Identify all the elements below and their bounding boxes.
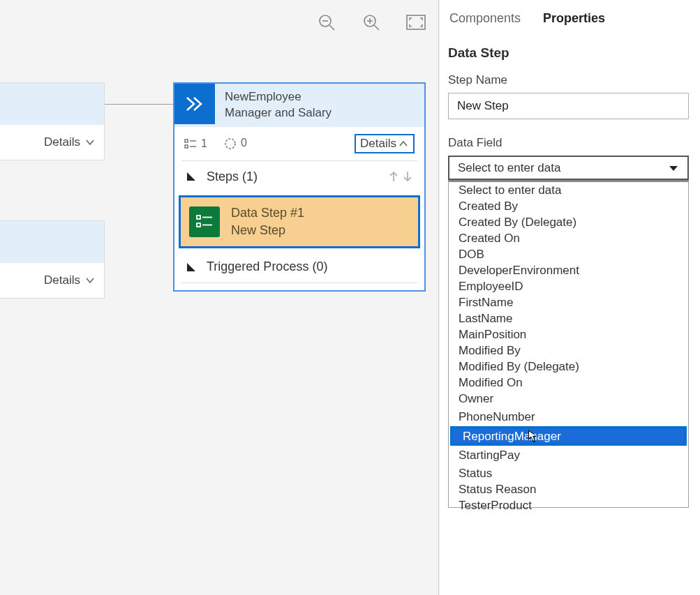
svg-point-12: [225, 139, 235, 149]
step-name-label: Step Name: [448, 73, 692, 87]
data-step-icon: [189, 206, 220, 237]
svg-rect-16: [197, 216, 200, 219]
stage-card-partial-2[interactable]: Details: [0, 220, 105, 299]
collapse-triangle-icon: [186, 171, 197, 182]
dropdown-option[interactable]: DOB: [449, 246, 688, 262]
dropdown-option[interactable]: EmployeeID: [449, 278, 688, 294]
svg-rect-8: [185, 140, 188, 142]
dropdown-option[interactable]: TesterProduct: [449, 497, 688, 513]
reorder-arrows[interactable]: [388, 170, 413, 183]
dropdown-option[interactable]: Status Reason: [449, 481, 688, 497]
dropdown-option[interactable]: ReportingManager: [451, 427, 686, 445]
data-field-label: Data Field: [448, 136, 692, 150]
svg-rect-7: [407, 15, 425, 29]
spacer: [174, 283, 424, 290]
data-step-title: Data Step #1: [231, 204, 304, 222]
svg-marker-13: [187, 172, 195, 181]
stage-process-count: 0: [224, 137, 247, 150]
stage-title-line1: NewEmployee: [225, 89, 332, 105]
svg-line-4: [374, 25, 379, 30]
tab-properties[interactable]: Properties: [542, 7, 606, 30]
svg-rect-10: [185, 145, 188, 148]
details-label: Details: [44, 135, 80, 149]
stage-title-line2: Manager and Salary: [225, 105, 332, 121]
stage-connector: [105, 104, 173, 105]
dropdown-option[interactable]: Modified By: [449, 342, 688, 359]
canvas-toolbar: [317, 13, 426, 32]
svg-marker-20: [187, 263, 195, 271]
arrow-up-icon[interactable]: [388, 170, 399, 183]
svg-marker-21: [669, 166, 678, 171]
stage-title: NewEmployee Manager and Salary: [215, 84, 341, 127]
dropdown-option[interactable]: LastName: [449, 310, 688, 326]
dropdown-option[interactable]: DeveloperEnvironment: [449, 262, 688, 278]
dropdown-option[interactable]: Modified By (Delegate): [449, 359, 688, 375]
stage-card-active[interactable]: NewEmployee Manager and Salary 1 0: [173, 82, 426, 292]
collapse-triangle-icon: [186, 262, 197, 273]
data-step-subtitle: New Step: [231, 222, 304, 239]
dropdown-option[interactable]: Status: [449, 465, 688, 481]
stage-header-partial: [0, 83, 104, 125]
dropdown-option[interactable]: Owner: [449, 391, 688, 407]
dropdown-option[interactable]: Created By (Delegate): [449, 214, 688, 230]
data-step-text: Data Step #1 New Step: [231, 204, 304, 239]
chevron-up-icon: [398, 138, 409, 149]
cycle-icon: [224, 137, 237, 150]
stage-meta-row: 1 0 Details: [174, 127, 424, 160]
svg-rect-18: [197, 223, 200, 227]
stage-header: NewEmployee Manager and Salary: [174, 84, 424, 127]
stage-steps-count: 1: [184, 137, 207, 150]
properties-panel: Components Properties Data Step Step Nam…: [440, 0, 700, 595]
dropdown-option[interactable]: FirstName: [449, 294, 688, 310]
chevron-down-icon: [668, 163, 679, 174]
details-label: Details: [360, 137, 396, 151]
details-toggle-active[interactable]: Details: [355, 134, 415, 153]
tab-components[interactable]: Components: [448, 7, 522, 30]
dropdown-option[interactable]: PhoneNumber: [449, 407, 688, 427]
workflow-canvas[interactable]: Details Details NewEmployee Manager and …: [0, 0, 439, 595]
fit-screen-icon[interactable]: [406, 13, 426, 32]
list-icon: [184, 139, 197, 150]
details-toggle[interactable]: Details: [0, 263, 104, 298]
svg-line-1: [329, 25, 334, 30]
details-toggle[interactable]: Details: [0, 125, 104, 160]
details-label: Details: [44, 273, 80, 287]
step-name-input[interactable]: [448, 93, 689, 119]
dropdown-option[interactable]: Created By: [449, 198, 688, 214]
dropdown-option[interactable]: Created On: [449, 230, 688, 246]
dropdown-option[interactable]: Select to enter data: [449, 182, 688, 198]
stage-card-partial-1[interactable]: Details: [0, 82, 105, 160]
zoom-out-icon[interactable]: [317, 13, 336, 32]
chevron-down-icon: [84, 137, 96, 148]
data-field-dropdown[interactable]: Select to enter dataCreated ByCreated By…: [448, 180, 689, 508]
data-step-row-selected[interactable]: Data Step #1 New Step: [179, 195, 420, 248]
stage-chevron-icon: [174, 84, 215, 124]
steps-section-header[interactable]: Steps (1): [174, 161, 424, 193]
zoom-in-icon[interactable]: [362, 13, 381, 32]
triggered-process-section-header[interactable]: Triggered Process (0): [174, 251, 424, 283]
panel-tabs: Components Properties: [440, 7, 700, 30]
arrow-down-icon[interactable]: [402, 170, 413, 183]
steps-label: Steps (1): [207, 170, 258, 184]
data-field-select[interactable]: Select to enter data: [448, 156, 689, 180]
chevron-down-icon: [84, 275, 96, 286]
panel-heading: Data Step: [448, 45, 692, 61]
dropdown-option[interactable]: MainPosition: [449, 326, 688, 342]
stage-header-partial: [0, 221, 104, 263]
dropdown-option[interactable]: StartingPay: [449, 445, 688, 465]
triggered-label: Triggered Process (0): [207, 259, 327, 274]
dropdown-option[interactable]: Modified On: [449, 375, 688, 391]
select-display: Select to enter data: [458, 161, 560, 175]
